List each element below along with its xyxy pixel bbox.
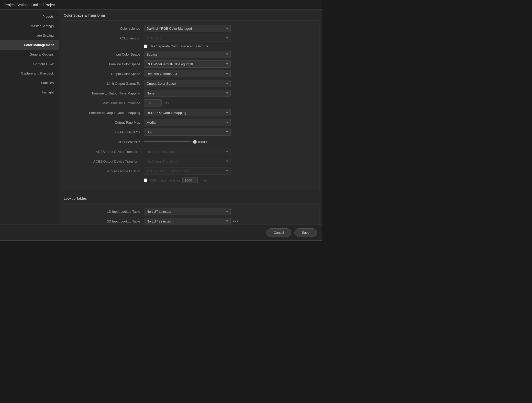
aces-input-label: ACES Input Device Transform	[67, 150, 144, 154]
input-3d-lut-select[interactable]: No LUT selected	[144, 218, 231, 225]
save-button[interactable]: Save	[294, 228, 317, 237]
highlight-roll-off-control: Soft	[144, 129, 314, 136]
hdr-slider-track[interactable]	[144, 141, 195, 142]
hdr-peak-nits-row: HDR Peak Nits 10000	[67, 138, 314, 145]
sidebar-item-image-scaling[interactable]: Image Scaling	[0, 31, 59, 40]
max-timeline-luminance-label: Max. Timeline Luminance	[67, 101, 144, 105]
input-3d-lut-menu[interactable]: •••	[233, 219, 239, 224]
limit-output-gamut-row: Limit Output Gamut To Output Color Space	[67, 80, 314, 87]
aces-output-label: ACES Output Device Transform	[67, 160, 144, 163]
input-color-space-label: Input Color Space	[67, 52, 144, 56]
timeline-output-tone-label: Timeline to Output Tone Mapping	[67, 91, 144, 95]
hdr-mastering-label: HDR mastering is for	[149, 178, 180, 182]
color-space-section: Color science DaVinci YRGB Color Managed…	[62, 20, 319, 190]
timeline-output-gamut-label: Timeline to Output Gamut Mapping	[67, 111, 144, 115]
highlight-roll-off-select[interactable]: Soft	[144, 129, 231, 136]
hdr-slider-fill	[144, 141, 190, 142]
bottom-bar: Cancel Save	[0, 225, 322, 240]
hdr-mastering-unit: nits	[202, 178, 207, 182]
max-timeline-luminance-unit: nits	[164, 101, 169, 105]
input-1d-lut-select[interactable]: No LUT selected	[144, 208, 231, 215]
cancel-button[interactable]: Cancel	[266, 228, 291, 237]
timeline-output-tone-control: None	[144, 90, 314, 97]
aces-output-row: ACES Output Device Transform No Output T…	[67, 158, 314, 165]
timeline-color-space-row: Timeline Color Space REDWideGamutRGB/Log…	[67, 60, 314, 68]
max-timeline-luminance-row: Max. Timeline Luminance nits	[67, 99, 314, 107]
hdr-peak-nits-control: 10000	[144, 140, 314, 144]
window-title: Project Settings: Untitled Project	[4, 3, 56, 7]
timeline-color-space-label: Timeline Color Space	[67, 62, 144, 66]
aces-version-label: ACES version	[67, 36, 144, 40]
hdr-mastering-row: HDR mastering is for nits	[67, 177, 314, 183]
timeline-output-gamut-select[interactable]: RED IPP2 Gamut Mapping	[144, 109, 231, 116]
timeline-output-gamut-control: RED IPP2 Gamut Mapping	[144, 109, 314, 116]
color-science-control: DaVinci YRGB Color Managed	[144, 25, 314, 32]
aces-input-select[interactable]: No Input Transform	[144, 148, 231, 155]
process-node-luts-label: Process Node LUTs in	[67, 169, 144, 173]
aces-version-select[interactable]: ACES 1.1	[144, 35, 231, 42]
max-timeline-luminance-control: nits	[144, 99, 314, 107]
output-tone-map-control: Medium	[144, 119, 314, 126]
sidebar-item-fairlight[interactable]: Fairlight	[0, 88, 59, 97]
aces-input-control: No Input Transform	[144, 148, 314, 155]
input-color-space-control: Bypass	[144, 51, 314, 58]
separate-color-space-row: Use Separate Color Space and Gamma	[67, 44, 314, 48]
sidebar-item-capture-and-playback[interactable]: Capture and Playback	[0, 69, 59, 78]
sidebar-item-camera-raw[interactable]: Camera RAW	[0, 59, 59, 69]
lookup-tables-section-title: Lookup Tables	[59, 193, 322, 204]
separate-color-space-checkbox[interactable]	[144, 45, 147, 48]
aces-version-row: ACES version ACES 1.1	[67, 35, 314, 42]
input-color-space-select[interactable]: Bypass	[144, 51, 231, 58]
project-settings-window: Project Settings: Untitled Project Prese…	[0, 0, 322, 241]
hdr-slider-container: 10000	[144, 140, 210, 144]
hdr-peak-nits-value: 10000	[197, 140, 210, 144]
max-timeline-luminance-input[interactable]	[144, 99, 162, 107]
output-color-space-select[interactable]: Rec.709 Gamma 2.4	[144, 70, 231, 77]
separate-color-space-label: Use Separate Color Space and Gamma	[149, 44, 208, 48]
limit-output-gamut-select[interactable]: Output Color Space	[144, 80, 231, 87]
limit-output-gamut-label: Limit Output Gamut To	[67, 82, 144, 86]
hdr-slider-thumb[interactable]	[193, 140, 197, 144]
process-node-luts-row: Process Node LUTs in ACEScc AP1 Timeline…	[67, 167, 314, 175]
sidebar-item-general-options[interactable]: General Options	[0, 50, 59, 59]
hdr-peak-nits-label: HDR Peak Nits	[67, 140, 144, 144]
color-science-label: Color science	[67, 27, 144, 30]
sidebar-item-presets[interactable]: Presets	[0, 12, 59, 21]
input-3d-lut-row: 3D Input Lookup Table No LUT selected ••…	[67, 218, 314, 225]
aces-version-control: ACES 1.1	[144, 35, 314, 42]
input-color-space-row: Input Color Space Bypass	[67, 51, 314, 58]
output-tone-map-row: Output Tone Map Medium	[67, 119, 314, 126]
output-color-space-row: Output Color Space Rec.709 Gamma 2.4	[67, 70, 314, 77]
aces-output-control: No Output Transform	[144, 158, 314, 165]
timeline-output-tone-select[interactable]: None	[144, 90, 231, 97]
timeline-color-space-control: REDWideGamutRGB/Log3G10	[144, 60, 314, 68]
process-node-luts-control: ACEScc AP1 Timeline Space	[144, 167, 314, 175]
timeline-output-gamut-row: Timeline to Output Gamut Mapping RED IPP…	[67, 109, 314, 116]
color-space-section-title: Color Space & Transforms	[59, 10, 322, 20]
timeline-color-space-select[interactable]: REDWideGamutRGB/Log3G10	[144, 60, 231, 68]
lookup-tables-section: 1D Input Lookup Table No LUT selected 3D…	[62, 204, 319, 225]
title-bar: Project Settings: Untitled Project	[0, 0, 322, 10]
output-tone-map-label: Output Tone Map	[67, 121, 144, 124]
aces-output-select[interactable]: No Output Transform	[144, 158, 231, 165]
sidebar-item-color-management[interactable]: Color Management	[0, 40, 59, 50]
input-1d-lut-row: 1D Input Lookup Table No LUT selected	[67, 208, 314, 215]
hdr-mastering-checkbox[interactable]	[144, 178, 147, 182]
aces-input-row: ACES Input Device Transform No Input Tra…	[67, 148, 314, 155]
input-3d-lut-label: 3D Input Lookup Table	[67, 219, 144, 223]
highlight-roll-off-row: Highlight Roll Off Soft	[67, 129, 314, 136]
sidebar-item-subtitles[interactable]: Subtitles	[0, 78, 59, 88]
sidebar-item-master-settings[interactable]: Master Settings	[0, 21, 59, 31]
color-science-row: Color science DaVinci YRGB Color Managed	[67, 25, 314, 32]
limit-output-gamut-control: Output Color Space	[144, 80, 314, 87]
output-color-space-control: Rec.709 Gamma 2.4	[144, 70, 314, 77]
output-color-space-label: Output Color Space	[67, 72, 144, 76]
process-node-luts-select[interactable]: ACEScc AP1 Timeline Space	[144, 167, 231, 175]
color-science-select[interactable]: DaVinci YRGB Color Managed	[144, 25, 231, 32]
output-tone-map-select[interactable]: Medium	[144, 119, 231, 126]
highlight-roll-off-label: Highlight Roll Off	[67, 130, 144, 134]
timeline-output-tone-row: Timeline to Output Tone Mapping None	[67, 90, 314, 97]
content-area: Color Space & Transforms Color science D…	[59, 10, 322, 225]
input-1d-lut-label: 1D Input Lookup Table	[67, 210, 144, 214]
hdr-mastering-input[interactable]	[182, 177, 198, 183]
